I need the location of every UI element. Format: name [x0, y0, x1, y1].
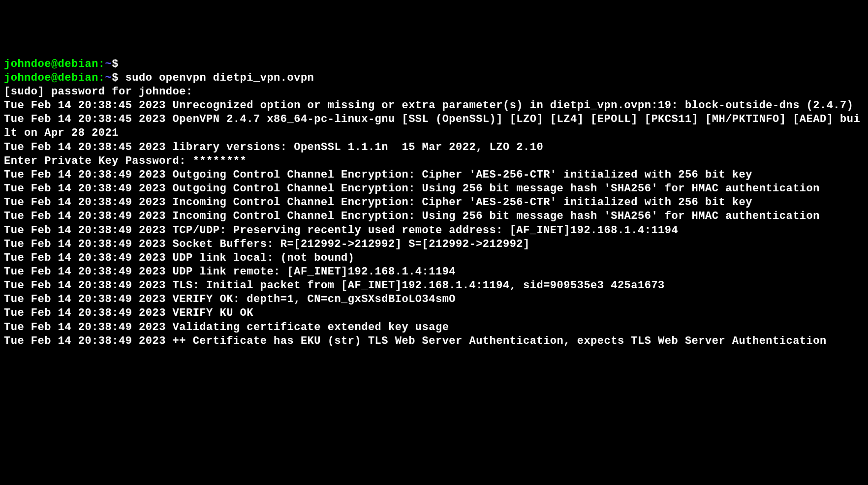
output-line: Tue Feb 14 20:38:49 2023 Outgoing Contro…	[4, 168, 864, 182]
output-line: Tue Feb 14 20:38:49 2023 Outgoing Contro…	[4, 182, 864, 196]
prompt-separator: :	[98, 72, 105, 84]
output-line: Tue Feb 14 20:38:49 2023 VERIFY OK: dept…	[4, 293, 864, 306]
output-line: Tue Feb 14 20:38:45 2023 library version…	[4, 141, 864, 154]
output-line: Tue Feb 14 20:38:49 2023 TLS: Initial pa…	[4, 279, 864, 293]
prompt-cwd: ~	[105, 58, 112, 70]
output-line: Tue Feb 14 20:38:49 2023 UDP link remote…	[4, 265, 864, 279]
output-line: Tue Feb 14 20:38:49 2023 Incoming Contro…	[4, 210, 864, 223]
command-text: sudo openvpn dietpi_vpn.ovpn	[125, 72, 314, 84]
prompt-user-host: johndoe@debian	[4, 72, 98, 84]
output-line: Tue Feb 14 20:38:45 2023 Unrecognized op…	[4, 99, 864, 113]
output-line: Tue Feb 14 20:38:49 2023 VERIFY KU OK	[4, 306, 864, 320]
output-line: Tue Feb 14 20:38:49 2023 ++ Certificate …	[4, 334, 864, 348]
prompt-cwd: ~	[105, 72, 112, 84]
output-line: Tue Feb 14 20:38:49 2023 Incoming Contro…	[4, 196, 864, 210]
prompt-line: johndoe@debian:~$ sudo openvpn dietpi_vp…	[4, 71, 864, 85]
terminal-window[interactable]: johndoe@debian:~$ johndoe@debian:~$ sudo…	[4, 58, 864, 348]
output-line: [sudo] password for johndoe:	[4, 85, 864, 99]
output-line: Tue Feb 14 20:38:49 2023 Socket Buffers:…	[4, 238, 864, 251]
prompt-symbol: $	[112, 58, 125, 70]
prompt-line: johndoe@debian:~$	[4, 58, 864, 71]
prompt-separator: :	[98, 58, 105, 70]
output-line: Tue Feb 14 20:38:49 2023 TCP/UDP: Preser…	[4, 224, 864, 238]
output-line: Tue Feb 14 20:38:45 2023 OpenVPN 2.4.7 x…	[4, 113, 864, 140]
output-line: Tue Feb 14 20:38:49 2023 UDP link local:…	[4, 251, 864, 265]
prompt-user-host: johndoe@debian	[4, 58, 98, 70]
prompt-symbol: $	[112, 72, 125, 84]
output-line: Enter Private Key Password: ********	[4, 154, 864, 168]
output-line: Tue Feb 14 20:38:49 2023 Validating cert…	[4, 321, 864, 334]
